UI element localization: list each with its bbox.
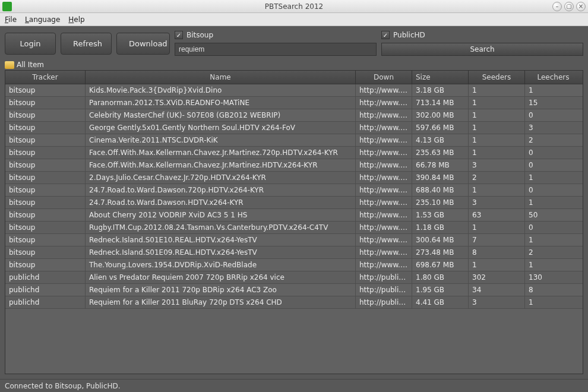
minimize-button[interactable]: – [552, 2, 562, 11]
table-row[interactable]: bitsoupRugby.ITM.Cup.2012.08.24.Tasman.V… [5, 222, 583, 234]
cell-leechers: 2 [525, 134, 581, 146]
search-button[interactable]: Search [381, 43, 583, 56]
cell-seeders: 2 [469, 172, 525, 184]
cell-leechers: 50 [525, 209, 581, 221]
cell-leechers: 1 [525, 296, 581, 308]
col-name[interactable]: Name [86, 71, 356, 84]
cell-seeders: 3 [469, 296, 525, 308]
table-row[interactable]: publichdRequiem for a Killer 2011 720p B… [5, 284, 583, 296]
login-button[interactable]: Login [5, 33, 56, 55]
close-button[interactable]: × [576, 2, 586, 11]
menu-language-label: anguage [29, 15, 61, 24]
window-title: PBTSearch 2012 [0, 2, 588, 11]
cell-tracker: bitsoup [5, 122, 86, 134]
col-size[interactable]: Size [412, 71, 469, 84]
cell-size: 1.18 GB [412, 222, 469, 233]
checkbox-icon: ✓ [381, 31, 390, 39]
cell-tracker: bitsoup [5, 209, 86, 221]
col-down[interactable]: Down [356, 71, 412, 84]
table-row[interactable]: bitsoupRedneck.Island.S01E09.REAL.HDTV.x… [5, 246, 583, 259]
maximize-button[interactable]: ▢ [564, 2, 574, 11]
cell-size: 597.66 MB [412, 122, 469, 134]
cell-down: http://www.bi... [356, 109, 412, 121]
cell-seeders: 63 [469, 209, 525, 221]
cell-tracker: bitsoup [5, 197, 86, 208]
table-row[interactable]: bitsoupCelebrity MasterChef (UK)- S07E08… [5, 109, 583, 122]
cell-leechers: 15 [525, 97, 581, 109]
cell-tracker: bitsoup [5, 222, 86, 233]
table-row[interactable]: bitsoupFace.Off.With.Max.Kellerman.Chave… [5, 159, 583, 172]
col-tracker[interactable]: Tracker [5, 71, 86, 84]
cell-leechers: 0 [525, 184, 581, 196]
col-leechers[interactable]: Leechers [525, 71, 581, 84]
cell-seeders: 8 [469, 246, 525, 258]
cell-down: http://www.bi... [356, 259, 412, 271]
checkbox-icon: ✓ [175, 31, 183, 39]
cell-down: http://www.bi... [356, 134, 412, 146]
cell-size: 235.10 MB [412, 197, 469, 208]
menu-language[interactable]: Language [25, 15, 60, 24]
cell-down: http://www.bi... [356, 97, 412, 109]
cell-tracker: bitsoup [5, 172, 86, 184]
tab-all-item[interactable]: All Item [5, 61, 583, 69]
table-row[interactable]: publichdAlien vs Predator Requiem 2007 7… [5, 271, 583, 284]
cell-name: 24.7.Road.to.Ward.Dawson.HDTV.x264-KYR [86, 197, 356, 208]
cell-name: George Gently.5x01.Gently Northern Soul.… [86, 122, 356, 134]
cell-tracker: publichd [5, 271, 86, 283]
cell-size: 1.53 GB [412, 209, 469, 221]
tracker-bitsoup-label: Bitsoup [186, 31, 213, 39]
table-row[interactable]: publichdRequiem for a Killer 2011 BluRay… [5, 296, 583, 309]
table-row[interactable]: bitsoupThe.Young.Lovers.1954.DVDRip.XviD… [5, 259, 583, 271]
cell-seeders: 7 [469, 234, 525, 246]
menu-help-label: elp [74, 15, 84, 24]
table-row[interactable]: bitsoupGeorge Gently.5x01.Gently Norther… [5, 122, 583, 134]
cell-seeders: 1 [469, 109, 525, 121]
search-input[interactable] [175, 43, 377, 56]
tracker-and-search-left: ✓ Bitsoup [175, 31, 377, 56]
cell-down: http://www.bi... [356, 209, 412, 221]
cell-tracker: publichd [5, 284, 86, 296]
cell-down: http://www.bi... [356, 122, 412, 134]
table-row[interactable]: bitsoupCinema.Verite.2011.NTSC.DVDR-KiKh… [5, 134, 583, 147]
cell-name: Kids.Movie.Pack.3{DvdRip}Xvid.Dino [86, 84, 356, 96]
cell-size: 1.95 GB [412, 284, 469, 296]
refresh-button[interactable]: Refresh [61, 33, 112, 55]
cell-tracker: bitsoup [5, 84, 86, 96]
cell-leechers: 1 [525, 259, 581, 271]
cell-size: 1.80 GB [412, 271, 469, 283]
table-row[interactable]: bitsoupAbout Cherry 2012 VODRIP XviD AC3… [5, 209, 583, 222]
cell-name: Alien vs Predator Requiem 2007 720p BRRi… [86, 271, 356, 283]
tracker-publichd-label: PublicHD [393, 31, 425, 39]
cell-name: Cinema.Verite.2011.NTSC.DVDR-KiK [86, 134, 356, 146]
cell-down: http://public... [356, 284, 412, 296]
download-button[interactable]: Download [116, 33, 170, 55]
menu-file[interactable]: File [5, 15, 17, 24]
cell-seeders: 3 [469, 159, 525, 171]
cell-tracker: bitsoup [5, 97, 86, 109]
table-row[interactable]: bitsoup24.7.Road.to.Ward.Dawson.HDTV.x26… [5, 197, 583, 209]
cell-seeders: 1 [469, 222, 525, 233]
cell-seeders: 1 [469, 97, 525, 109]
menu-help[interactable]: Help [68, 15, 84, 24]
col-seeders[interactable]: Seeders [469, 71, 525, 84]
cell-tracker: bitsoup [5, 147, 86, 159]
window-controls: – ▢ × [552, 2, 586, 11]
table-row[interactable]: bitsoupFace.Off.With.Max.Kellerman.Chave… [5, 147, 583, 159]
cell-size: 698.67 MB [412, 259, 469, 271]
cell-name: About Cherry 2012 VODRIP XviD AC3 5 1 HS [86, 209, 356, 221]
app-icon [2, 2, 12, 11]
cell-size: 688.40 MB [412, 184, 469, 196]
cell-seeders: 1 [469, 84, 525, 96]
tracker-publichd[interactable]: ✓ PublicHD [381, 31, 583, 39]
tracker-bitsoup[interactable]: ✓ Bitsoup [175, 31, 377, 39]
table-row[interactable]: bitsoup24.7.Road.to.Ward.Dawson.720p.HDT… [5, 184, 583, 197]
cell-size: 66.78 MB [412, 159, 469, 171]
cell-size: 4.13 GB [412, 134, 469, 146]
table-row[interactable]: bitsoupParanorman.2012.TS.XViD.READNFO-M… [5, 97, 583, 109]
table-row[interactable]: bitsoupKids.Movie.Pack.3{DvdRip}Xvid.Din… [5, 84, 583, 97]
cell-name: Face.Off.With.Max.Kellerman.Chavez.Jr.Ma… [86, 159, 356, 171]
table-row[interactable]: bitsoup2.Days.Julio.Cesar.Chavez.Jr.720p… [5, 172, 583, 184]
tab-label: All Item [17, 61, 44, 69]
table-row[interactable]: bitsoupRedneck.Island.S01E10.REAL.HDTV.x… [5, 234, 583, 246]
menu-file-label: ile [8, 15, 17, 24]
